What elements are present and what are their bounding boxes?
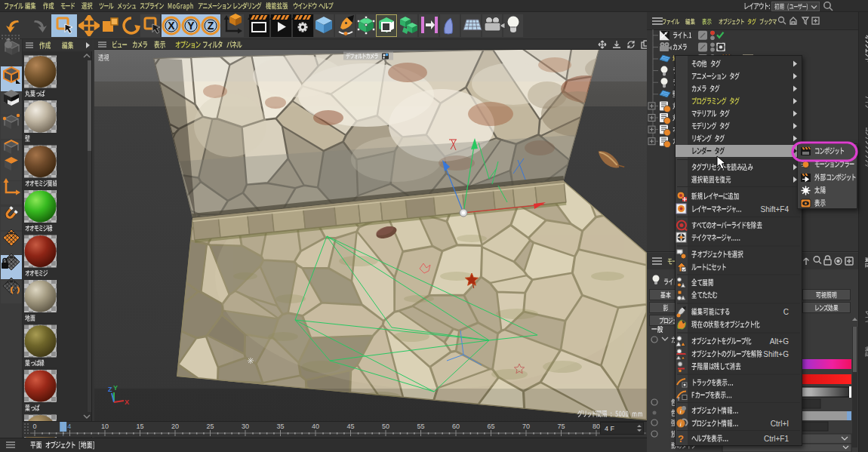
- svg-text:55: 55: [417, 423, 424, 430]
- svg-text:Shift+F4: Shift+F4: [760, 205, 789, 214]
- svg-text:75: 75: [557, 423, 565, 430]
- svg-text:Z: Z: [208, 20, 214, 32]
- svg-text:X: X: [125, 398, 129, 406]
- svg-text:25: 25: [206, 423, 214, 430]
- svg-text:45: 45: [346, 423, 354, 430]
- svg-text:Alt+G: Alt+G: [770, 337, 790, 346]
- svg-text:Z: Z: [108, 386, 112, 393]
- svg-text:10: 10: [101, 423, 109, 430]
- svg-text:35: 35: [276, 423, 284, 430]
- svg-text:Y: Y: [113, 384, 118, 392]
- svg-text:Shift+G: Shift+G: [763, 350, 789, 358]
- svg-text:X: X: [168, 20, 175, 32]
- svg-text:50: 50: [382, 423, 389, 430]
- svg-text:80: 80: [593, 423, 600, 430]
- svg-text:60: 60: [452, 423, 460, 430]
- svg-text:C: C: [783, 308, 789, 316]
- svg-text:65: 65: [487, 423, 494, 430]
- svg-text:20: 20: [171, 423, 179, 430]
- svg-text:70: 70: [522, 423, 530, 430]
- svg-text:Ctrl+I: Ctrl+I: [771, 420, 789, 428]
- svg-text:Y: Y: [187, 20, 195, 32]
- svg-text:0: 0: [32, 423, 36, 430]
- svg-text:Ctrl+F1: Ctrl+F1: [764, 435, 790, 443]
- svg-text:4 F: 4 F: [605, 425, 615, 432]
- svg-text:30: 30: [242, 423, 249, 430]
- svg-text:40: 40: [312, 423, 319, 430]
- svg-text:15: 15: [136, 423, 143, 430]
- svg-text:?: ?: [678, 433, 684, 444]
- svg-text:4: 4: [67, 423, 71, 430]
